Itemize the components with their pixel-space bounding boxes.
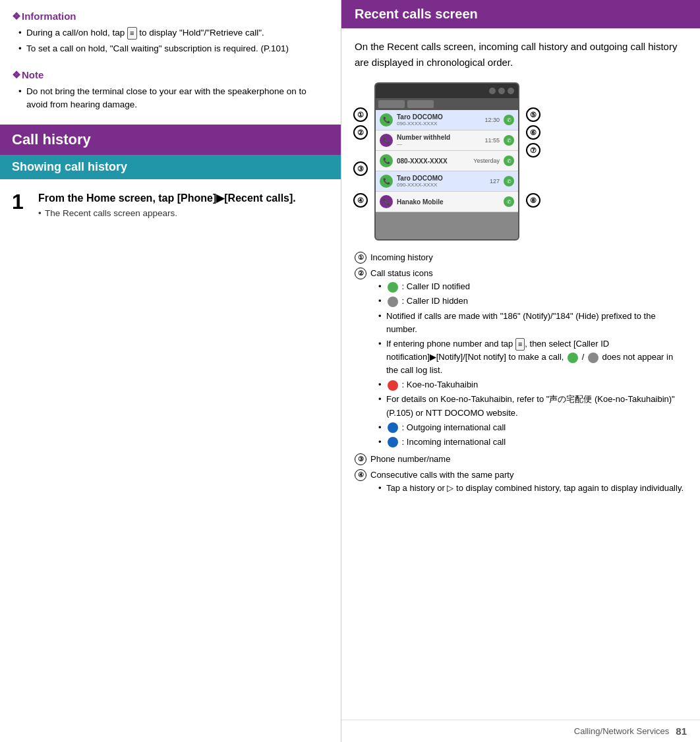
row-3-call: ✆ [504,156,514,166]
phone-row-4: 📞 Taro DOCOMO 090-XXXX-XXXX 127 ✆ [376,171,518,192]
callout-5: ⑤ [526,107,540,122]
showing-call-history-banner: Showing call history [0,155,341,179]
callout-2: ② [353,125,368,140]
step-number: 1 [12,191,32,212]
step-sub: The Recent calls screen appears. [38,208,329,218]
phone-tab-bar [376,98,518,110]
page-number: 81 [676,726,687,737]
header-dot-2 [498,88,505,94]
menu-key-icon-2: ≡ [515,338,525,351]
row-1-call: ✆ [504,115,514,125]
row-5-text: Hanako Mobile [397,198,496,206]
row-1-num: 090-XXXX-XXXX [397,121,481,127]
row-3-icon: 📞 [380,154,393,167]
phone-row-5: 📞 Hanako Mobile ✆ [376,192,518,212]
note-section: Note Do not bring the terminal close to … [0,67,341,125]
header-dot-1 [489,88,496,94]
row-2-name: Number withheld [397,134,481,141]
callout-1: ① [353,107,368,122]
info-bullet-2: To set a call on hold, "Call waiting" su… [18,42,329,55]
caller-id-notified-icon [388,282,398,293]
menu-key-icon: ≡ [127,27,136,40]
row-1-name: Taro DOCOMO [397,113,481,121]
consecutive-bullet-1: Tap a history or ▷ to display combined h… [378,482,687,495]
row-4-icon: 📞 [380,175,393,188]
desc-circle-3: ③ [355,453,366,465]
status-bullet-1: Notified if calls are made with "186" (N… [378,310,687,336]
information-section: Information During a call/on hold, tap ≡… [0,0,341,67]
row-2-right: 11:55 [484,137,500,144]
callout-7: ⑦ [526,143,540,157]
description-list: ① Incoming history ② Call status icons :… [355,251,687,496]
row-2-text: Number withheld — [397,134,481,147]
hidden-icon [588,353,598,363]
row-4-call: ✆ [504,176,514,186]
row-1-right: 12:30 [484,117,500,123]
diagram-wrapper: ① ② ③ ④ ⑤ ⑥ ⑦ ⑧ [374,82,519,241]
status-icon-5: : Incoming international call [378,436,687,449]
note-title: Note [12,69,329,81]
callout-6: ⑥ [526,125,540,140]
row-3-text: 080-XXXX-XXXX [397,157,469,165]
call-history-banner: Call history [0,125,341,155]
phone-tab-1 [378,100,405,108]
desc-text-2: Call status icons : Caller ID notified :… [370,267,687,450]
page-footer: Calling/Network Services 81 [341,720,700,742]
note-bullet-list: Do not bring the terminal close to your … [12,85,329,112]
callout-3: ③ [353,161,368,176]
note-bullet-1: Do not bring the terminal close to your … [18,85,329,112]
desc-item-2: ② Call status icons : Caller ID notified… [355,267,687,450]
desc-text-1: Incoming history [370,251,687,264]
desc-text-4: Consecutive calls with the same party Ta… [370,469,687,496]
step-content: From the Home screen, tap [Phone]▶[Recen… [38,191,329,218]
status-bullet-2: If entering phone number and tap ≡, then… [378,337,687,377]
row-2-num: — [397,141,481,147]
incoming-intl-icon [388,437,398,447]
right-content: On the Recent calls screen, incoming cal… [341,28,700,720]
info-title: Information [12,11,329,22]
desc-item-4: ④ Consecutive calls with the same party … [355,469,687,496]
row-3-name: 080-XXXX-XXXX [397,157,469,165]
row-4-name: Taro DOCOMO [397,175,486,182]
phone-screen: 📞 Taro DOCOMO 090-XXXX-XXXX 12:30 ✆ 📞 [374,82,519,241]
row-2-icon: 📞 [380,134,393,147]
desc-item-1: ① Incoming history [355,251,687,264]
row-2-call: ✆ [504,135,514,146]
desc-item-3: ③ Phone number/name [355,453,687,466]
status-icon-3: : Koe-no-Takuhaibin [378,378,687,391]
callout-8: ⑧ [526,193,540,208]
notify-icon [568,353,578,363]
desc-text-3: Phone number/name [370,453,687,466]
status-icon-4: : Outgoing international call [378,421,687,434]
caller-id-hidden-icon [388,297,398,307]
diagram-area: ① ② ③ ④ ⑤ ⑥ ⑦ ⑧ [355,82,687,241]
right-column: Recent calls screen On the Recent calls … [341,0,700,742]
row-4-right: 127 [490,178,500,185]
header-dot-3 [508,88,514,94]
consecutive-calls-list: Tap a history or ▷ to display combined h… [370,482,687,495]
step-title: From the Home screen, tap [Phone]▶[Recen… [38,191,329,206]
phone-list: 📞 Taro DOCOMO 090-XXXX-XXXX 12:30 ✆ 📞 [376,110,518,212]
row-4-num: 090-XXXX-XXXX [397,182,486,188]
phone-header [376,84,518,98]
desc-circle-4: ④ [355,469,366,481]
intro-text: On the Recent calls screen, incoming cal… [355,39,687,71]
phone-tab-2 [407,100,434,108]
info-bullet-list: During a call/on hold, tap ≡ to display … [12,26,329,56]
phone-row-2: 📞 Number withheld — 11:55 ✆ [376,130,518,151]
row-1-text: Taro DOCOMO 090-XXXX-XXXX [397,113,481,127]
status-icons-list: : Caller ID notified : Caller ID hidden … [370,280,687,449]
row-4-text: Taro DOCOMO 090-XXXX-XXXX [397,175,486,188]
outgoing-intl-icon [388,422,398,433]
koe-icon [388,380,398,391]
left-column: Information During a call/on hold, tap ≡… [0,0,341,742]
status-bullet-3: For details on Koe-no-Takuhaibin, refer … [378,393,687,419]
status-icon-2: : Caller ID hidden [378,295,687,308]
info-bullet-1: During a call/on hold, tap ≡ to display … [18,26,329,40]
step-1-row: 1 From the Home screen, tap [Phone]▶[Rec… [12,191,329,218]
row-5-call: ✆ [504,196,514,207]
footer-label: Calling/Network Services [574,726,670,736]
status-icon-1: : Caller ID notified [378,280,687,293]
row-5-icon: 📞 [380,195,393,208]
phone-row-1: 📞 Taro DOCOMO 090-XXXX-XXXX 12:30 ✆ [376,110,518,130]
